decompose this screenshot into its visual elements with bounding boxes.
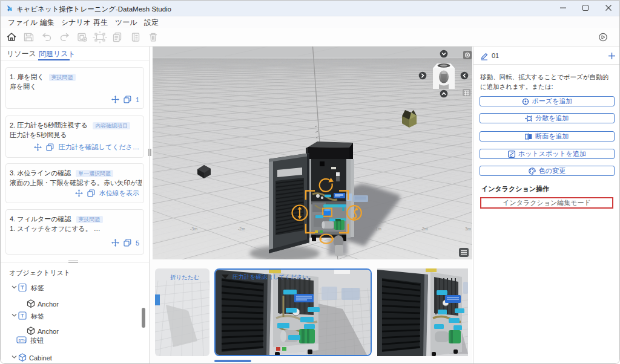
svg-text:Cabinet: Cabinet <box>29 354 52 362</box>
svg-text:3m: 3m <box>465 227 471 231</box>
svg-text:标签: 标签 <box>30 284 44 291</box>
svg-text:Anchor: Anchor <box>38 301 59 308</box>
svg-text:-2m: -2m <box>238 227 245 231</box>
svg-text:BTN: BTN <box>19 339 26 342</box>
svg-text:-3m: -3m <box>190 227 197 231</box>
svg-text:Anchor: Anchor <box>38 328 59 335</box>
svg-text:圧力計を確認（してください。: 圧力計を確認（してください。 <box>232 273 314 280</box>
svg-text:折りたたむ: 折りたたむ <box>170 274 199 281</box>
svg-text:按钮: 按钮 <box>30 337 44 344</box>
svg-text:标签: 标签 <box>30 313 44 320</box>
svg-text:2m: 2m <box>422 227 428 231</box>
